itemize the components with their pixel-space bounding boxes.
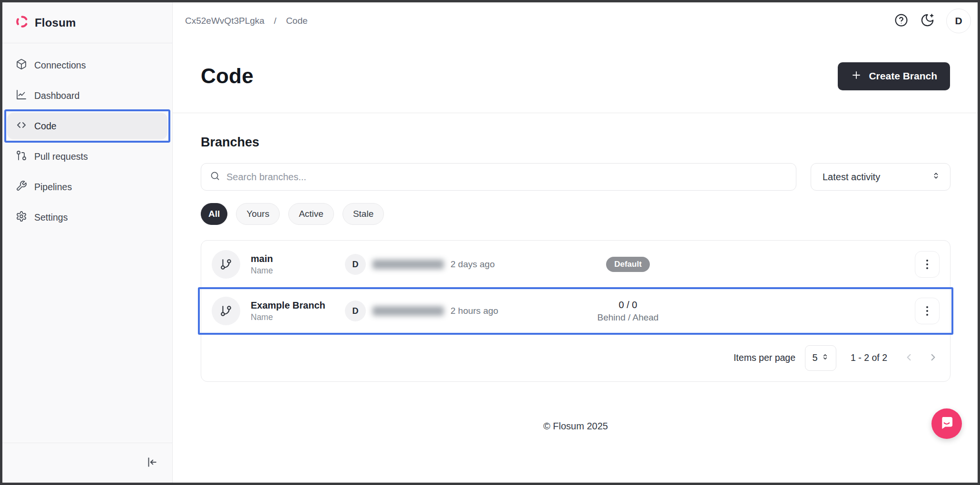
chat-launcher-button[interactable] bbox=[931, 408, 962, 439]
app-window: Flosum Connections Dashboard bbox=[2, 2, 978, 483]
author-name-redacted bbox=[372, 306, 444, 316]
status-cell: Default bbox=[568, 257, 687, 272]
branch-row-example-branch[interactable]: Example Branch Name D 2 hours ago 0 / 0 … bbox=[201, 288, 950, 334]
items-per-page-select[interactable]: 5 bbox=[805, 345, 836, 371]
chevrons-up-down-icon bbox=[931, 171, 941, 183]
author-cell: D 2 days ago bbox=[345, 254, 568, 275]
git-branch-icon bbox=[212, 297, 240, 325]
search-icon bbox=[210, 171, 220, 183]
filter-chips: All Yours Active Stale bbox=[201, 203, 951, 225]
next-page-button[interactable] bbox=[928, 352, 939, 364]
sidebar-item-label: Pull requests bbox=[34, 151, 88, 162]
help-button[interactable] bbox=[894, 13, 909, 29]
branch-name-label: Name bbox=[251, 266, 273, 276]
filter-chip-active[interactable]: Active bbox=[288, 203, 334, 225]
items-per-page-label: Items per page bbox=[734, 352, 795, 363]
branch-cell: Example Branch Name bbox=[212, 297, 345, 325]
help-circle-icon bbox=[894, 13, 909, 29]
sidebar-item-label: Code bbox=[34, 121, 57, 132]
content: Branches Latest activity bbox=[173, 113, 978, 483]
pagination-nav bbox=[903, 352, 939, 364]
page-range-label: 1 - 2 of 2 bbox=[851, 352, 887, 363]
branch-row-main[interactable]: main Name D 2 days ago Default bbox=[201, 241, 950, 288]
cube-icon bbox=[16, 58, 27, 72]
branch-name: Example Branch bbox=[251, 300, 325, 311]
author-avatar: D bbox=[345, 254, 366, 275]
sidebar-item-label: Connections bbox=[34, 60, 86, 71]
copyright: © Flosum 2025 bbox=[201, 421, 951, 432]
pagination: Items per page 5 1 - 2 of 2 bbox=[201, 334, 950, 381]
updated-time: 2 days ago bbox=[451, 259, 495, 270]
behind-ahead-label: Behind / Ahead bbox=[598, 312, 659, 323]
sidebar-item-code[interactable]: Code bbox=[7, 113, 167, 139]
wrench-icon bbox=[16, 180, 27, 194]
branch-name: main bbox=[251, 253, 273, 264]
sidebar-spacer bbox=[2, 239, 172, 443]
chat-bubble-icon bbox=[939, 415, 955, 433]
topbar-actions: D bbox=[894, 9, 971, 33]
branch-cell: main Name bbox=[212, 250, 345, 279]
moon-plus-icon bbox=[920, 13, 935, 29]
previous-page-button[interactable] bbox=[903, 352, 914, 364]
code-icon bbox=[16, 119, 27, 133]
branches-section-title: Branches bbox=[201, 135, 951, 150]
gear-icon bbox=[16, 211, 27, 224]
collapse-sidebar-button[interactable] bbox=[146, 456, 158, 470]
brand-name: Flosum bbox=[35, 16, 76, 29]
updated-time: 2 hours ago bbox=[451, 306, 498, 316]
page-header: Code Create Branch bbox=[173, 39, 978, 113]
search-branches-input[interactable] bbox=[226, 172, 787, 183]
branch-controls: Latest activity bbox=[201, 163, 951, 191]
dark-mode-toggle[interactable] bbox=[920, 13, 935, 29]
avatar-initial: D bbox=[955, 15, 962, 27]
plus-icon bbox=[851, 69, 862, 83]
branches-card: main Name D 2 days ago Default bbox=[201, 240, 951, 382]
sidebar-footer bbox=[2, 443, 172, 483]
user-avatar[interactable]: D bbox=[946, 9, 971, 33]
chevrons-up-down-icon bbox=[821, 352, 829, 363]
pull-request-icon bbox=[16, 150, 27, 163]
search-box bbox=[201, 163, 796, 191]
sidebar-item-pipelines[interactable]: Pipelines bbox=[7, 174, 167, 200]
row-menu-button[interactable] bbox=[915, 251, 940, 278]
breadcrumb-parent[interactable]: Cx52eWvQt3PLgka bbox=[185, 16, 265, 26]
chevron-right-icon bbox=[928, 352, 939, 364]
filter-chip-yours[interactable]: Yours bbox=[236, 203, 280, 225]
create-branch-button[interactable]: Create Branch bbox=[838, 62, 950, 90]
sidebar-item-settings[interactable]: Settings bbox=[7, 204, 167, 231]
brand: Flosum bbox=[2, 2, 172, 43]
git-branch-icon bbox=[212, 250, 240, 279]
sidebar-item-label: Settings bbox=[34, 212, 68, 223]
behind-ahead-value: 0 / 0 bbox=[619, 300, 637, 310]
collapse-left-icon bbox=[146, 456, 158, 470]
author-cell: D 2 hours ago bbox=[345, 301, 568, 321]
filter-chip-all[interactable]: All bbox=[201, 203, 227, 225]
breadcrumb-separator: / bbox=[274, 16, 276, 26]
row-menu-button[interactable] bbox=[915, 298, 940, 324]
main-area: Cx52eWvQt3PLgka / Code bbox=[173, 2, 978, 483]
sidebar-item-pull-requests[interactable]: Pull requests bbox=[7, 143, 167, 170]
sidebar-item-label: Pipelines bbox=[34, 182, 72, 193]
kebab-icon bbox=[926, 306, 928, 316]
author-name-redacted bbox=[372, 260, 444, 269]
kebab-icon bbox=[926, 260, 928, 269]
filter-chip-stale[interactable]: Stale bbox=[343, 203, 384, 225]
page-title: Code bbox=[201, 64, 254, 88]
sidebar-nav: Connections Dashboard Code bbox=[2, 43, 172, 239]
branch-name-label: Name bbox=[251, 312, 325, 322]
default-badge: Default bbox=[606, 257, 650, 272]
breadcrumb: Cx52eWvQt3PLgka / Code bbox=[185, 16, 308, 26]
flosum-logo-icon bbox=[16, 15, 29, 30]
sort-value: Latest activity bbox=[823, 172, 880, 183]
branch-name-block: main Name bbox=[251, 253, 273, 276]
items-per-page-value: 5 bbox=[812, 352, 817, 363]
sidebar: Flosum Connections Dashboard bbox=[2, 2, 173, 483]
author-avatar: D bbox=[345, 301, 366, 321]
chart-icon bbox=[16, 89, 27, 102]
branch-name-block: Example Branch Name bbox=[251, 300, 325, 322]
topbar: Cx52eWvQt3PLgka / Code bbox=[173, 2, 978, 39]
sidebar-item-dashboard[interactable]: Dashboard bbox=[7, 82, 167, 109]
sidebar-item-label: Dashboard bbox=[34, 90, 79, 101]
sidebar-item-connections[interactable]: Connections bbox=[7, 52, 167, 78]
sort-dropdown[interactable]: Latest activity bbox=[811, 163, 951, 191]
